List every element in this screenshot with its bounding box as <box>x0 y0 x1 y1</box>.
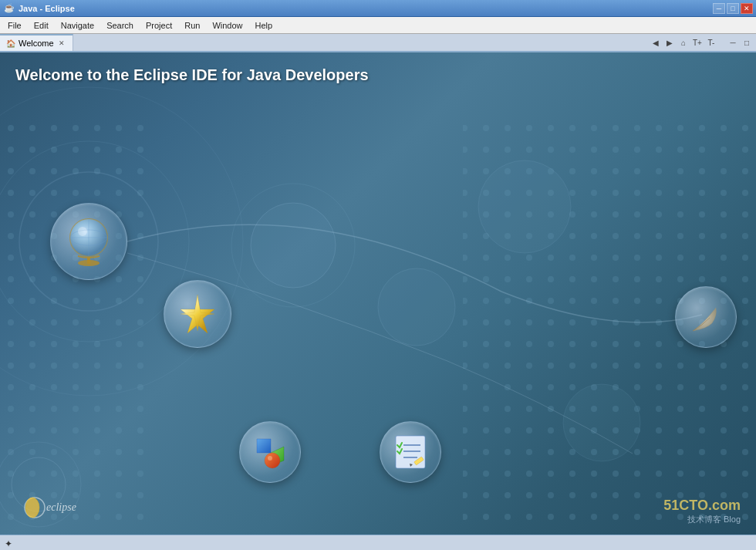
tab-bar: 🏠 Welcome ✕ ◀ ▶ ⌂ T+ T- ─ □ <box>0 34 756 52</box>
status-icon: ✦ <box>5 538 12 549</box>
svg-point-23 <box>265 453 280 468</box>
svg-point-9 <box>478 160 571 253</box>
tab-close-button[interactable]: ✕ <box>57 39 66 48</box>
nav-forward-button[interactable]: ▶ <box>663 36 676 49</box>
watermark: 51CTO.com 技术博客 Blog <box>663 498 741 525</box>
svg-point-6 <box>251 203 336 288</box>
menu-bar: File Edit Navigate Search Project Run Wi… <box>0 17 756 34</box>
close-button[interactable]: ✕ <box>741 3 753 14</box>
svg-point-7 <box>231 184 355 307</box>
svg-point-8 <box>378 268 455 346</box>
menu-run[interactable]: Run <box>178 19 206 32</box>
svg-marker-21 <box>257 439 271 453</box>
tab-toolbar: ◀ ▶ ⌂ T+ T- ─ □ <box>650 34 756 51</box>
menu-project[interactable]: Project <box>140 19 178 32</box>
svg-point-10 <box>563 384 640 461</box>
welcome-page: Welcome to the Eclipse IDE for Java Deve… <box>0 52 756 535</box>
zoom-in-button[interactable]: T+ <box>691 36 704 49</box>
title-controls: ─ □ ✕ <box>713 3 753 14</box>
nav-home-button[interactable]: ⌂ <box>677 36 690 49</box>
tab-home-icon: 🏠 <box>6 39 15 48</box>
menu-help[interactable]: Help <box>249 19 279 32</box>
zoom-out-button[interactable]: T- <box>705 36 717 49</box>
eclipse-logo-icon <box>23 496 46 519</box>
window-title: Java - Eclipse <box>19 4 75 13</box>
samples-button[interactable] <box>380 421 441 483</box>
tutorials-button[interactable] <box>675 286 737 348</box>
plugins-button[interactable] <box>239 421 301 483</box>
view-maximize-button[interactable]: □ <box>741 36 753 49</box>
eclipse-logo: eclipse <box>23 496 76 519</box>
view-minimize-button[interactable]: ─ <box>727 36 739 49</box>
whats-new-button[interactable] <box>164 280 231 348</box>
package-icon <box>249 431 292 474</box>
menu-window[interactable]: Window <box>206 19 248 32</box>
app-icon: ☕ <box>3 2 15 15</box>
title-bar-left: ☕ Java - Eclipse <box>3 2 75 15</box>
welcome-title: Welcome to the Eclipse IDE for Java Deve… <box>15 66 369 84</box>
watermark-main: 51CTO.com <box>663 498 741 514</box>
tab-welcome[interactable]: 🏠 Welcome ✕ <box>0 34 73 51</box>
status-bar: ✦ <box>0 535 756 550</box>
minimize-button[interactable]: ─ <box>713 3 725 14</box>
menu-file[interactable]: File <box>2 19 28 32</box>
menu-search[interactable]: Search <box>100 19 140 32</box>
nav-back-button[interactable]: ◀ <box>650 36 662 49</box>
tutorials-icon <box>685 296 727 339</box>
title-bar: ☕ Java - Eclipse ─ □ ✕ <box>0 0 756 17</box>
svg-point-32 <box>25 498 39 518</box>
background-decoration <box>0 52 756 535</box>
checklist-icon <box>390 431 432 474</box>
menu-edit[interactable]: Edit <box>28 19 55 32</box>
tab-label: Welcome <box>19 39 54 48</box>
svg-rect-1 <box>0 114 154 531</box>
maximize-button[interactable]: □ <box>727 3 739 14</box>
svg-point-24 <box>268 456 272 461</box>
globe-icon <box>62 214 116 268</box>
svg-point-20 <box>78 227 87 236</box>
watermark-sub: 技术博客 Blog <box>663 514 741 525</box>
eclipse-logo-text: eclipse <box>46 501 76 514</box>
globe-button[interactable] <box>50 203 127 280</box>
menu-navigate[interactable]: Navigate <box>55 19 100 32</box>
svg-rect-14 <box>87 258 90 264</box>
star-icon <box>174 291 221 337</box>
